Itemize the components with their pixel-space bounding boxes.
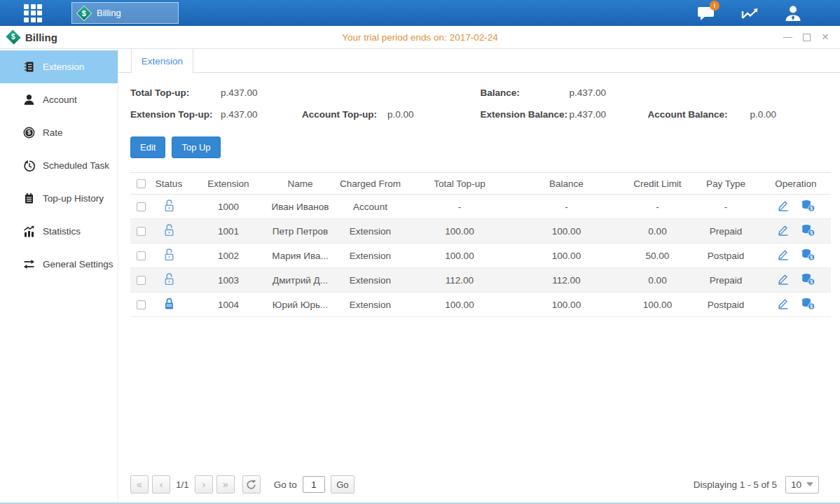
notification-badge: ! xyxy=(710,1,719,10)
cell-extension: 1003 xyxy=(186,268,270,293)
cell-balance: 100.00 xyxy=(509,244,624,268)
messages-icon[interactable]: ! xyxy=(697,5,717,22)
cell-credit-limit: 0.00 xyxy=(624,268,691,293)
prev-page-button[interactable]: ‹ xyxy=(152,475,170,493)
header-pay-type: Pay Type xyxy=(691,173,761,195)
row-checkbox[interactable] xyxy=(137,276,146,285)
edit-icon[interactable] xyxy=(777,273,790,287)
edit-button[interactable]: Edit xyxy=(130,136,165,158)
topup-icon[interactable]: $ xyxy=(801,298,815,312)
cell-total-topup: 112.00 xyxy=(411,268,509,293)
sidebar-item-account[interactable]: Account xyxy=(0,83,118,116)
cell-charged-from: Extension xyxy=(330,244,411,268)
person-icon xyxy=(23,94,35,106)
select-all-checkbox[interactable] xyxy=(137,179,146,188)
topup-icon[interactable]: $ xyxy=(801,248,815,263)
table-row: 1002Мария Ива...Extension100.00100.0050.… xyxy=(130,244,831,268)
edit-icon[interactable] xyxy=(777,248,790,262)
edit-icon[interactable] xyxy=(777,298,790,312)
notepad-icon xyxy=(23,192,35,204)
tab-extension[interactable]: Extension xyxy=(131,49,193,73)
first-page-button[interactable]: « xyxy=(130,475,149,493)
topup-icon[interactable]: $ xyxy=(801,224,815,239)
table-header-row: Status Extension Name Charged From Total… xyxy=(130,173,831,195)
pagination-bar: « ‹ 1/1 › » Go to Go Displaying 1 - 5 of… xyxy=(130,472,830,497)
sidebar-item-topup-history[interactable]: Top-up History xyxy=(0,182,118,215)
statistics-chart-icon[interactable] xyxy=(741,5,760,22)
chevron-down-icon xyxy=(806,482,813,486)
unlocked-icon xyxy=(163,204,175,214)
header-balance: Balance xyxy=(509,173,624,195)
sidebar-item-label: Account xyxy=(43,94,77,105)
total-topup-value: p.437.00 xyxy=(221,88,302,98)
next-page-button[interactable]: › xyxy=(195,475,213,493)
svg-text:$: $ xyxy=(810,279,813,285)
bar-chart-icon xyxy=(23,225,35,237)
locked-icon xyxy=(163,302,175,312)
cell-balance: 100.00 xyxy=(509,293,624,317)
minimize-button[interactable] xyxy=(783,32,792,42)
row-checkbox[interactable] xyxy=(137,227,146,236)
cell-pay-type: Postpaid xyxy=(691,244,761,268)
cell-credit-limit: 0.00 xyxy=(624,219,691,244)
cell-extension: 1001 xyxy=(186,219,270,244)
sidebar-item-statistics[interactable]: Statistics xyxy=(0,215,118,248)
balance-label: Balance: xyxy=(481,88,570,98)
cell-credit-limit: 100.00 xyxy=(624,293,691,317)
top-up-button[interactable]: Top Up xyxy=(172,136,220,158)
header-status: Status xyxy=(151,173,186,195)
header-credit-limit: Credit Limit xyxy=(624,173,691,195)
account-topup-label: Account Top-up: xyxy=(302,109,387,120)
refresh-button[interactable] xyxy=(242,475,261,493)
header-name: Name xyxy=(270,173,330,195)
close-button[interactable]: × xyxy=(820,32,830,42)
sidebar-item-rate[interactable]: $ Rate xyxy=(0,116,118,149)
cell-charged-from: Account xyxy=(330,195,411,219)
table-row: 1000Иван ИвановAccount----$ xyxy=(130,195,831,219)
app-launcher-icon[interactable] xyxy=(24,4,42,22)
sidebar-item-scheduled-task[interactable]: Scheduled Task xyxy=(0,149,118,182)
row-checkbox[interactable] xyxy=(137,202,146,211)
billing-app-icon: $ xyxy=(76,5,92,21)
user-account-icon[interactable] xyxy=(784,5,804,22)
account-balance-label: Account Balance: xyxy=(648,109,750,120)
svg-text:$: $ xyxy=(810,304,813,309)
goto-label: Go to xyxy=(274,479,297,490)
sidebar-item-label: Rate xyxy=(43,127,63,138)
cell-pay-type: Prepaid xyxy=(691,219,761,244)
trial-notice: Your trial period ends on: 2017-02-24 xyxy=(0,32,840,43)
extension-topup-value: p.437.00 xyxy=(221,109,302,120)
taskbar-tab-billing[interactable]: $ Billing xyxy=(71,2,179,24)
clock-history-icon xyxy=(23,160,35,172)
taskbar-tab-label: Billing xyxy=(97,8,121,18)
ledger-icon xyxy=(23,61,35,73)
page-size-select[interactable]: 10 xyxy=(785,476,819,493)
edit-icon[interactable] xyxy=(777,200,790,214)
cell-total-topup: 100.00 xyxy=(411,219,509,244)
topup-icon[interactable]: $ xyxy=(801,200,815,214)
extension-balance-label: Extension Balance: xyxy=(481,109,570,120)
go-button[interactable]: Go xyxy=(331,475,354,493)
extension-topup-label: Extension Top-up: xyxy=(130,109,221,120)
cell-charged-from: Extension xyxy=(330,268,411,293)
cell-name: Мария Ива... xyxy=(270,244,330,268)
displaying-text: Displaying 1 - 5 of 5 xyxy=(694,479,777,490)
extension-balance-value: p.437.00 xyxy=(570,109,648,120)
unlocked-icon xyxy=(163,228,175,239)
header-total-topup: Total Top-up xyxy=(411,173,509,195)
goto-page-input[interactable] xyxy=(303,476,325,493)
cell-pay-type: Postpaid xyxy=(691,293,761,317)
row-checkbox[interactable] xyxy=(137,300,146,309)
sidebar-item-extension[interactable]: Extension xyxy=(0,50,118,83)
last-page-button[interactable]: » xyxy=(216,475,235,493)
cell-name: Дмитрий Д... xyxy=(270,268,330,293)
edit-icon[interactable] xyxy=(777,224,790,238)
page-size-value: 10 xyxy=(791,479,801,490)
topup-icon[interactable]: $ xyxy=(801,273,815,288)
dollar-circle-icon: $ xyxy=(23,127,35,139)
maximize-button[interactable] xyxy=(801,32,811,42)
cell-pay-type: - xyxy=(691,195,761,219)
sidebar-item-general-settings[interactable]: General Settings xyxy=(0,248,118,281)
cell-extension: 1000 xyxy=(186,195,270,219)
row-checkbox[interactable] xyxy=(137,251,146,260)
